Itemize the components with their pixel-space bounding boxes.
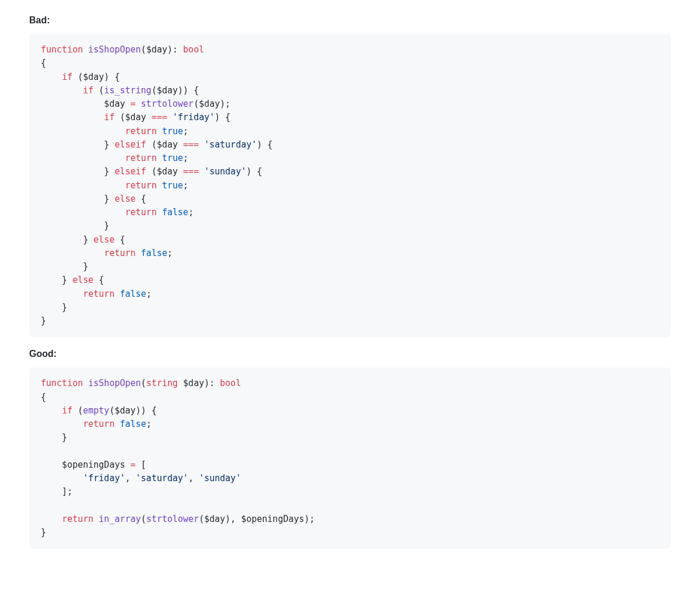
code-token: isShopOpen — [88, 44, 141, 55]
code-token: strtolower — [146, 514, 199, 524]
code-token: return — [83, 289, 114, 299]
code-token: function — [41, 44, 83, 55]
code-token: elseif — [114, 166, 146, 177]
code-token: false — [120, 419, 146, 429]
code-token: function — [41, 378, 83, 388]
code-token: 'friday' — [173, 112, 215, 122]
code-token: 'friday' — [83, 473, 125, 483]
bad-heading: Bad: — [29, 15, 671, 26]
code-token: 'sunday' — [204, 166, 246, 177]
code-token: isShopOpen — [88, 378, 141, 388]
code-token: return — [83, 419, 114, 429]
code-token: = — [131, 460, 136, 470]
code-token: === — [183, 166, 199, 177]
code-token: = — [131, 99, 136, 109]
code-token: true — [162, 180, 183, 191]
code-token: elseif — [114, 139, 146, 150]
code-token: 'sunday' — [199, 473, 241, 483]
code-token: 'saturday' — [136, 473, 188, 483]
code-token: in_array — [99, 514, 141, 524]
code-token: true — [162, 126, 183, 136]
code-token: if — [83, 85, 93, 96]
code-token: return — [62, 514, 93, 524]
good-heading: Good: — [29, 349, 671, 359]
code-token: false — [162, 207, 188, 218]
code-token: else — [114, 194, 135, 204]
code-token: bool — [183, 44, 204, 55]
code-token: return — [125, 153, 157, 163]
code-token: false — [141, 248, 167, 258]
code-token: bool — [220, 378, 241, 388]
code-token: return — [104, 248, 135, 258]
code-token: 'saturday' — [204, 139, 257, 150]
code-token: else — [72, 275, 93, 285]
code-token: === — [183, 139, 199, 150]
code-token: return — [125, 126, 157, 136]
code-token: false — [120, 289, 146, 299]
code-token: true — [162, 153, 183, 163]
bad-code-block: function isShopOpen($day): bool { if ($d… — [29, 34, 671, 337]
code-token: === — [152, 112, 167, 122]
code-token: is_string — [104, 85, 151, 96]
code-token: strtolower — [141, 99, 194, 109]
code-token: if — [62, 72, 72, 82]
code-token: else — [93, 234, 114, 245]
code-token: return — [125, 207, 157, 218]
code-token: if — [104, 112, 114, 122]
code-token: if — [62, 405, 72, 416]
code-token: empty — [83, 405, 109, 416]
code-token: string — [146, 378, 178, 388]
code-token: return — [125, 180, 157, 191]
good-code-block: function isShopOpen(string $day): bool {… — [29, 367, 671, 549]
